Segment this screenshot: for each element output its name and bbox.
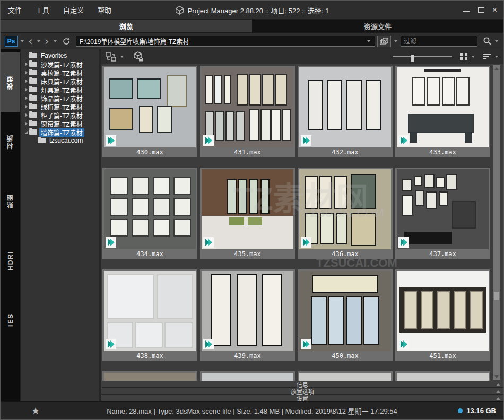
tree-item[interactable]: 床具篇-TZ素材 [21, 77, 99, 85]
photoshop-dropdown-caret[interactable] [21, 40, 24, 42]
subfolders-dropdown-caret[interactable] [394, 40, 397, 42]
thumbnail-image[interactable] [104, 373, 196, 381]
tab-browse[interactable]: 浏览 [1, 20, 252, 32]
show-subfolders-toggle[interactable] [377, 36, 391, 47]
expand-arrow-icon[interactable] [23, 62, 29, 66]
collapse-arrow-icon[interactable] [23, 130, 29, 134]
thumbnail-card[interactable]: 437.max [395, 168, 490, 259]
grid-scrollbar[interactable] [493, 65, 500, 380]
forward-button[interactable]: › [44, 36, 50, 47]
side-tab[interactable]: HDRI [1, 231, 20, 290]
address-input[interactable] [80, 38, 366, 45]
expand-arrow-icon[interactable] [23, 88, 29, 92]
thumbnail-card[interactable]: 432.max [298, 66, 393, 157]
thumbnail-image[interactable] [397, 67, 489, 147]
thumbnail-card[interactable]: 451.max [395, 269, 490, 361]
tab-resource-files[interactable]: 资源文件 [252, 20, 503, 32]
favorite-star-icon[interactable]: ★ [31, 405, 40, 417]
thumbnail-card[interactable] [200, 371, 295, 381]
maximize-button[interactable] [477, 7, 485, 13]
sort-order-caret[interactable] [495, 56, 498, 58]
menu-item[interactable]: 工具 [36, 5, 49, 15]
expand-arrow-icon[interactable] [23, 79, 29, 83]
rollout-collapse-arrow-icon[interactable] [496, 390, 500, 393]
forward-history-caret[interactable] [54, 40, 57, 42]
tree-item[interactable]: 墙饰篇-TZ素材 [21, 128, 99, 136]
menu-item[interactable]: 帮助 [98, 5, 111, 15]
rollout-collapse-arrow-icon[interactable] [496, 397, 500, 400]
tree-item[interactable]: 绿植篇-TZ素材 [21, 102, 99, 111]
thumbnail-image[interactable] [299, 373, 391, 381]
back-history-caret[interactable] [37, 40, 40, 42]
tree-item[interactable]: 沙发篇-TZ素材 [21, 60, 99, 68]
search-dropdown-caret[interactable] [495, 40, 498, 42]
tree-item[interactable]: 窗帘篇-TZ素材 [21, 119, 99, 128]
tree-item[interactable]: 灯具篇-TZ素材 [21, 85, 99, 94]
thumbnail-image[interactable] [104, 271, 196, 351]
thumbnail-image[interactable] [202, 271, 293, 351]
thumbnail-card[interactable] [298, 371, 393, 381]
thumbnail-image[interactable] [397, 271, 489, 351]
thumbnail-image[interactable] [202, 169, 293, 249]
thumbnail-card[interactable] [395, 371, 490, 381]
tree-item[interactable]: 桌椅篇-TZ素材 [21, 68, 99, 77]
tree-item[interactable]: tzsucai.com [21, 136, 99, 145]
thumbnail-image[interactable] [397, 373, 489, 381]
tree-item[interactable]: ★Favorites [21, 51, 99, 60]
expand-arrow-icon[interactable] [23, 113, 29, 117]
side-tab[interactable]: 材质 [1, 112, 20, 171]
rollout-header[interactable]: 设置 [101, 395, 503, 401]
expand-arrow-icon[interactable] [23, 104, 29, 109]
view-mode-caret[interactable] [472, 56, 475, 58]
menu-item[interactable]: 文件 [8, 5, 22, 15]
expand-arrow-icon[interactable] [23, 71, 29, 75]
view-mode-icon[interactable] [460, 53, 467, 60]
thumbnail-image[interactable] [299, 67, 391, 147]
scroll-down-arrow-icon[interactable] [493, 373, 500, 380]
refresh-button[interactable] [62, 37, 71, 46]
menu-item[interactable]: 自定义 [63, 5, 84, 15]
thumbnail-card[interactable]: 431.max [200, 66, 295, 157]
relink-assets-icon[interactable] [106, 52, 116, 62]
side-tab[interactable]: 模型 [1, 52, 20, 112]
close-button[interactable]: × [492, 7, 497, 13]
thumbnail-card[interactable]: 433.max [395, 66, 490, 157]
back-button[interactable]: ‹ [27, 36, 34, 47]
side-tab[interactable]: IES [1, 290, 20, 349]
side-tab[interactable]: 贴图 [1, 171, 20, 231]
thumbnail-card[interactable]: 430.max [102, 66, 197, 157]
thumbnail-card[interactable]: 434.max [102, 168, 197, 259]
scroll-up-arrow-icon[interactable] [493, 65, 500, 72]
rollout-collapse-arrow-icon[interactable] [496, 383, 500, 386]
thumbnail-image[interactable] [299, 169, 391, 249]
scrollbar-thumb[interactable] [494, 292, 499, 300]
address-dropdown-caret[interactable] [367, 40, 370, 42]
thumbnail-image[interactable] [202, 373, 293, 381]
thumbnail-image[interactable] [299, 271, 391, 351]
search-icon[interactable] [483, 37, 492, 46]
expand-arrow-icon[interactable] [23, 96, 29, 100]
thumbnail-card[interactable]: 436.max [298, 168, 393, 259]
thumbnail-size-slider[interactable] [393, 53, 452, 60]
tree-item[interactable]: 饰品篇-TZ素材 [21, 94, 99, 102]
expand-arrow-icon[interactable] [23, 121, 29, 126]
thumbnail-card[interactable]: 450.max [298, 269, 393, 361]
sort-order-icon[interactable] [483, 54, 491, 59]
thumbnail-image[interactable] [104, 67, 196, 147]
thumbnail-card[interactable]: 438.max [102, 269, 197, 361]
thumbnail-card[interactable] [102, 371, 197, 381]
thumbnail-image[interactable] [104, 169, 196, 249]
thumbnail-image[interactable] [202, 67, 293, 147]
tree-item[interactable]: 柜子篇-TZ素材 [21, 111, 99, 119]
address-bar[interactable] [76, 36, 375, 47]
filter-input[interactable] [401, 37, 477, 47]
relink-dropdown-caret[interactable] [120, 56, 124, 58]
thumbnail-card[interactable]: 435.max [200, 168, 295, 259]
photoshop-button[interactable]: Ps [5, 36, 18, 47]
slider-thumb[interactable] [411, 55, 414, 62]
thumbnail-card[interactable]: 439.max [200, 269, 295, 361]
minimize-button[interactable] [463, 7, 470, 13]
save-model-icon[interactable] [133, 51, 144, 62]
filter-box[interactable] [401, 36, 477, 47]
thumbnail-image[interactable] [397, 169, 489, 249]
